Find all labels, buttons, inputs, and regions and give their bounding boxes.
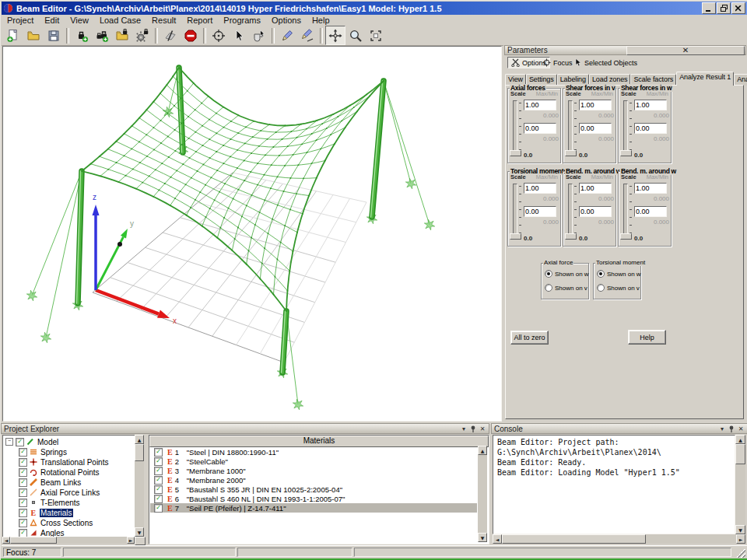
pencil-button[interactable] <box>277 26 297 45</box>
scale-value-input[interactable] <box>524 100 556 110</box>
scale-value-input[interactable] <box>579 183 612 194</box>
scale-slider[interactable] <box>568 100 573 154</box>
scale-slider[interactable] <box>623 184 628 237</box>
slider-thumb[interactable] <box>620 150 632 156</box>
minimize-button[interactable] <box>702 2 716 14</box>
tree-item-rotational-points[interactable]: ✓Rotational Points <box>19 467 100 477</box>
slider-thumb[interactable] <box>565 233 577 240</box>
console-hscrollbar[interactable]: ◄ ► <box>493 534 745 544</box>
checkbox-checked-icon[interactable]: ✓ <box>154 504 163 513</box>
checkbox-checked-icon[interactable]: ✓ <box>16 438 24 446</box>
materials-header[interactable]: Materials <box>149 436 489 447</box>
scale-value-input[interactable] <box>524 183 556 194</box>
tree-item-springs[interactable]: ✓Springs <box>19 447 68 457</box>
tree-item-translational-points[interactable]: ✓Translational Points <box>19 457 109 467</box>
weights-plus-button[interactable] <box>92 26 112 45</box>
radio-dot[interactable] <box>545 270 552 278</box>
checkbox-checked-icon[interactable]: ✓ <box>154 485 163 494</box>
panel-tab-focus[interactable]: Focus <box>539 57 576 68</box>
menu-report[interactable]: Report <box>181 16 218 25</box>
scale-value-input-2[interactable] <box>579 206 612 217</box>
radio-dot[interactable] <box>597 270 605 278</box>
close-button[interactable] <box>731 2 745 14</box>
scale-value-input-2[interactable] <box>524 206 556 217</box>
crosshair-target-button[interactable] <box>209 26 229 45</box>
tree-item-materials[interactable]: ✓EMaterials <box>19 508 73 517</box>
chevron-down-icon[interactable]: ▾ <box>717 425 727 433</box>
parameters-close-icon[interactable]: ✕ <box>626 46 745 55</box>
menu-programs[interactable]: Programs <box>218 16 266 25</box>
radio-shown-on-v[interactable]: Shown on v <box>597 284 640 292</box>
radio-shown-on-w[interactable]: Shown on w <box>545 270 589 278</box>
menu-options[interactable]: Options <box>266 16 307 25</box>
checkbox-checked-icon[interactable]: ✓ <box>19 458 27 467</box>
scale-value-input-2[interactable] <box>634 123 667 134</box>
tree-item-cross-sections[interactable]: ✓Cross Sections <box>19 518 93 527</box>
material-row[interactable]: ✓E6"Baustahl S 460 NL | DIN EN 1993-1-1:… <box>150 494 477 503</box>
close-pane-icon[interactable]: ✕ <box>736 425 745 433</box>
slider-thumb[interactable] <box>510 150 521 156</box>
materials-vscrollbar[interactable]: ▲ ▼ <box>478 446 487 542</box>
material-row[interactable]: ✓E2"SteelCable" <box>150 457 477 466</box>
restore-button[interactable] <box>717 2 731 14</box>
console-vscrollbar[interactable]: ▲ ▼ <box>735 435 745 534</box>
all-to-zero-button[interactable]: All to zero <box>510 331 549 345</box>
checkbox-checked-icon[interactable]: ✓ <box>19 478 27 487</box>
pin-icon[interactable] <box>727 425 736 433</box>
scale-slider[interactable] <box>623 100 628 154</box>
checkbox-checked-icon[interactable]: ✓ <box>19 499 27 507</box>
scale-slider[interactable] <box>513 100 517 154</box>
menu-view[interactable]: View <box>65 16 94 25</box>
tree-item-model[interactable]: −✓Model <box>5 437 59 446</box>
tree-vscrollbar[interactable]: ▲ ▼ <box>135 435 144 537</box>
chevron-down-icon[interactable]: ▾ <box>459 425 468 433</box>
radio-shown-on-w[interactable]: Shown on w <box>597 270 641 278</box>
scale-slider[interactable] <box>568 184 573 237</box>
checkbox-checked-icon[interactable]: ✓ <box>19 448 27 457</box>
material-row[interactable]: ✓E1"Steel | DIN 18800:1990-11" <box>150 447 477 457</box>
close-pane-icon[interactable]: ✕ <box>478 425 487 433</box>
scale-value-input-2[interactable] <box>579 123 612 134</box>
slider-thumb[interactable] <box>510 233 521 240</box>
resize-grip[interactable] <box>736 548 745 558</box>
menu-project[interactable]: Project <box>2 16 39 25</box>
tab-analyze-result-1[interactable]: Analyze Result 1 <box>676 72 734 86</box>
menu-edit[interactable]: Edit <box>39 16 65 25</box>
gear-weight-button[interactable] <box>132 26 153 45</box>
pencil-line-button[interactable] <box>297 26 317 45</box>
tab-analyze-result-2[interactable]: Analyze Result 2 <box>734 74 747 86</box>
material-row[interactable]: ✓E4"Membrane 2000" <box>150 475 477 485</box>
tree-item-beam-links[interactable]: ✓Beam Links <box>19 478 82 487</box>
scale-slider[interactable] <box>513 184 517 237</box>
magnifier-button[interactable] <box>345 26 366 45</box>
folder-weight-button[interactable] <box>112 26 132 45</box>
slider-thumb[interactable] <box>620 233 632 240</box>
pan-arrows-button[interactable] <box>325 26 345 45</box>
floppy-save-button[interactable] <box>44 26 64 45</box>
page-plus-button[interactable] <box>3 26 23 45</box>
tree-item-axial-force-links[interactable]: ✓Axial Force Links <box>19 488 100 497</box>
radio-shown-on-v[interactable]: Shown on v <box>545 284 587 292</box>
checkbox-checked-icon[interactable]: ✓ <box>154 467 163 475</box>
weight-plus-button[interactable] <box>72 26 92 45</box>
tree-item-t-elements[interactable]: ✓T-Elements <box>19 498 81 507</box>
plane-slash-button[interactable] <box>160 26 181 45</box>
checkbox-checked-icon[interactable]: ✓ <box>154 457 163 466</box>
pin-icon[interactable] <box>468 425 478 433</box>
help-button[interactable]: Help <box>628 330 666 345</box>
scale-value-input[interactable] <box>634 100 667 110</box>
checkbox-checked-icon[interactable]: ✓ <box>154 476 163 485</box>
radio-dot[interactable] <box>597 284 605 292</box>
folder-open-button[interactable] <box>23 26 44 45</box>
material-row[interactable]: ✓E5"Baustahl S 355 JR | DIN EN 10025-2:2… <box>150 485 477 494</box>
checkbox-checked-icon[interactable]: ✓ <box>154 495 163 503</box>
stop-sign-button[interactable] <box>181 26 201 45</box>
scale-value-input-2[interactable] <box>634 206 667 217</box>
checkbox-checked-icon[interactable]: ✓ <box>19 519 27 527</box>
checkbox-checked-icon[interactable]: ✓ <box>19 509 27 517</box>
material-row[interactable]: ✓E7"Seil PE (Pfeifer) | Z-14.7-411" <box>150 503 477 513</box>
panel-tab-selected-objects[interactable]: Selected Objects <box>571 57 640 68</box>
checkbox-checked-icon[interactable]: ✓ <box>19 488 27 497</box>
radio-dot[interactable] <box>545 284 552 292</box>
scale-value-input-2[interactable] <box>524 123 556 134</box>
